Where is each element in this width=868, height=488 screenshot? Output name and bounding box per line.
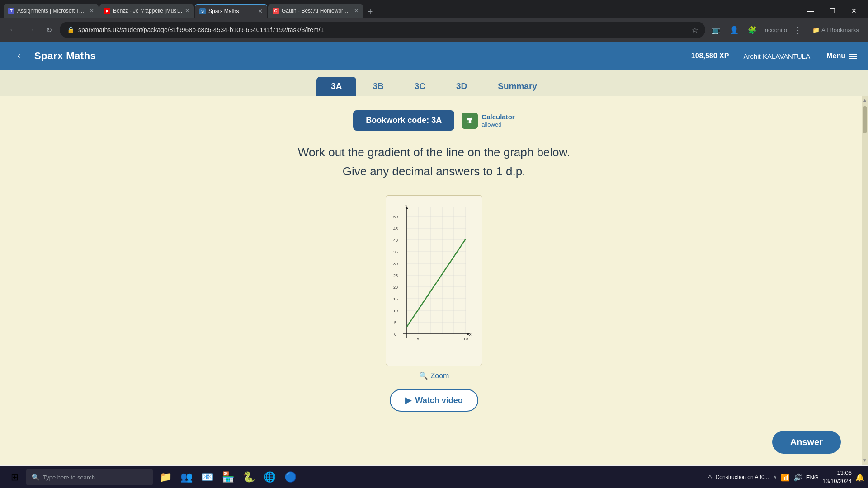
question-line1: Work out the gradient of the line on the…	[298, 143, 570, 162]
scrollbar[interactable]: ▲ ▼	[862, 96, 868, 465]
svg-text:10: 10	[463, 337, 468, 341]
taskbar-teams[interactable]: 👥	[176, 467, 196, 487]
extensions-icon[interactable]: 🧩	[745, 23, 760, 37]
svg-text:45: 45	[393, 226, 398, 231]
tab-3a[interactable]: 3A	[316, 77, 356, 96]
bookmark-star[interactable]: ☆	[692, 26, 698, 34]
tab-summary[interactable]: Summary	[483, 77, 552, 96]
refresh-btn[interactable]: ↻	[42, 23, 56, 37]
address-bar[interactable]: 🔒 sparxmaths.uk/student/package/81f9968b…	[60, 22, 705, 38]
start-button[interactable]: ⊞	[4, 466, 25, 488]
taskbar-apps: 📁 👥 📧 🏪 🐍 🌐 🔵	[156, 467, 300, 487]
browser-menu-btn[interactable]: ⋮	[791, 23, 805, 37]
taskbar-outlook[interactable]: 📧	[197, 467, 217, 487]
scrollbar-thumb[interactable]	[863, 106, 867, 133]
tab-3c[interactable]: 3C	[400, 77, 440, 96]
calculator-info: 🖩 Calculator allowed	[462, 113, 514, 129]
svg-text:50: 50	[393, 215, 398, 219]
taskbar-file-explorer[interactable]: 📁	[156, 467, 175, 487]
forward-browser-btn[interactable]: →	[24, 23, 38, 37]
tab-3d[interactable]: 3D	[442, 77, 481, 96]
back-browser-btn[interactable]: ←	[5, 23, 20, 37]
address-text: sparxmaths.uk/student/package/81f9968b-c…	[78, 26, 688, 33]
tab-gauth[interactable]: G Gauth - Best AI Homework Hel... ✕	[268, 4, 363, 18]
svg-text:y: y	[405, 203, 408, 208]
scroll-arrow-up[interactable]: ▲	[861, 96, 868, 104]
svg-text:0: 0	[394, 332, 396, 337]
tab-favicon: T	[8, 8, 14, 14]
svg-text:10: 10	[393, 309, 398, 313]
wifi-icon[interactable]: 📶	[781, 473, 790, 482]
browser-chrome: T Assignments | Microsoft Teams ✕ ▶ Benz…	[0, 0, 868, 42]
taskbar-edge[interactable]: 🔵	[280, 467, 300, 487]
incognito-label: Incognito	[763, 27, 787, 33]
svg-text:30: 30	[393, 262, 398, 266]
taskbar-store[interactable]: 🏪	[218, 467, 238, 487]
tab-benzz[interactable]: ▶ Benzz - Je M'appelle [Musi... ✕	[99, 4, 194, 18]
calculator-label: Calculator	[481, 113, 514, 121]
menu-button[interactable]: Menu	[826, 52, 857, 60]
notification-icon: ⚠	[707, 474, 713, 481]
time: 13:06	[822, 469, 852, 477]
tab-favicon-benzz: ▶	[104, 8, 110, 14]
taskbar-app5[interactable]: 🐍	[239, 467, 259, 487]
profile-icon[interactable]: 👤	[727, 23, 741, 37]
svg-text:x: x	[469, 332, 472, 337]
answer-button[interactable]: Answer	[772, 431, 841, 454]
svg-text:25: 25	[393, 273, 398, 278]
tab-close-gauth[interactable]: ✕	[354, 8, 359, 14]
bookwork-row: Bookwork code: 3A 🖩 Calculator allowed	[353, 110, 514, 131]
watch-video-button[interactable]: ▶ Watch video	[390, 389, 478, 412]
hamburger-icon	[849, 54, 857, 59]
zoom-link[interactable]: 🔍 Zoom	[419, 371, 449, 380]
tab-sparx[interactable]: S Sparx Maths ✕	[195, 4, 267, 18]
svg-text:35: 35	[393, 250, 398, 254]
task-tabs: 3A 3B 3C 3D Summary	[0, 70, 868, 96]
tab-close-benzz[interactable]: ✕	[185, 8, 189, 14]
search-bar[interactable]: 🔍 Type here to search	[26, 469, 153, 485]
question-line2: Give any decimal answers to 1 d.p.	[298, 162, 570, 181]
tab-close-teams[interactable]: ✕	[90, 8, 94, 14]
back-app-btn[interactable]: ‹	[11, 48, 27, 64]
svg-text:20: 20	[393, 285, 398, 290]
graph-container: 0 5 10 15 20 25 30 35 40 45 50 5 10 y x	[386, 195, 482, 366]
minimize-btn[interactable]: —	[800, 4, 821, 18]
watch-video-label: Watch video	[415, 396, 462, 405]
expand-tray[interactable]: ∧	[773, 474, 777, 481]
cast-icon[interactable]: 📺	[709, 23, 723, 37]
svg-text:5: 5	[417, 337, 419, 341]
app-logo: Sparx Maths	[34, 50, 96, 62]
clock[interactable]: 13:06 13/10/2024	[822, 469, 852, 485]
all-bookmarks-label: All Bookmarks	[821, 27, 859, 33]
bookmarks-bar-toggle[interactable]: 📁 All Bookmarks	[809, 25, 863, 35]
calculator-sublabel: allowed	[481, 121, 514, 128]
scroll-arrow-down[interactable]: ▼	[861, 456, 868, 465]
search-icon: 🔍	[32, 474, 39, 481]
zoom-label: Zoom	[431, 372, 449, 380]
tab-teams[interactable]: T Assignments | Microsoft Teams ✕	[4, 4, 99, 18]
notifications-btn[interactable]: 🔔	[855, 473, 864, 482]
system-tray: ⚠ Construction on A30... ∧ 📶 🔊 ENG 13:06…	[707, 469, 864, 485]
svg-text:40: 40	[393, 238, 398, 243]
svg-line-36	[407, 239, 466, 327]
notification-text: Construction on A30...	[716, 474, 769, 480]
taskbar-chrome[interactable]: 🌐	[259, 467, 279, 487]
app-header: ‹ Sparx Maths 108,580 XP Archit KALAVANT…	[0, 42, 868, 70]
user-name: Archit KALAVANTULA	[743, 52, 810, 60]
tab-3b[interactable]: 3B	[358, 77, 398, 96]
xp-display: 108,580 XP	[691, 52, 729, 60]
volume-icon[interactable]: 🔊	[793, 473, 802, 482]
tab-favicon-sparx: S	[199, 8, 206, 14]
tab-close-sparx[interactable]: ✕	[258, 8, 263, 14]
task-area: 3A 3B 3C 3D Summary ▲ ▼ Bookwork code: 3…	[0, 70, 868, 465]
svg-text:15: 15	[393, 297, 398, 301]
tab-favicon-gauth: G	[273, 8, 279, 14]
calculator-icon: 🖩	[462, 113, 478, 129]
tab-label-benzz: Benzz - Je M'appelle [Musi...	[113, 8, 182, 14]
new-tab-btn[interactable]: +	[364, 5, 377, 18]
restore-btn[interactable]: ❐	[822, 4, 843, 18]
date: 13/10/2024	[822, 477, 852, 485]
close-browser-btn[interactable]: ✕	[844, 4, 864, 18]
notification-area[interactable]: ⚠ Construction on A30...	[707, 474, 769, 481]
zoom-icon: 🔍	[419, 371, 428, 380]
